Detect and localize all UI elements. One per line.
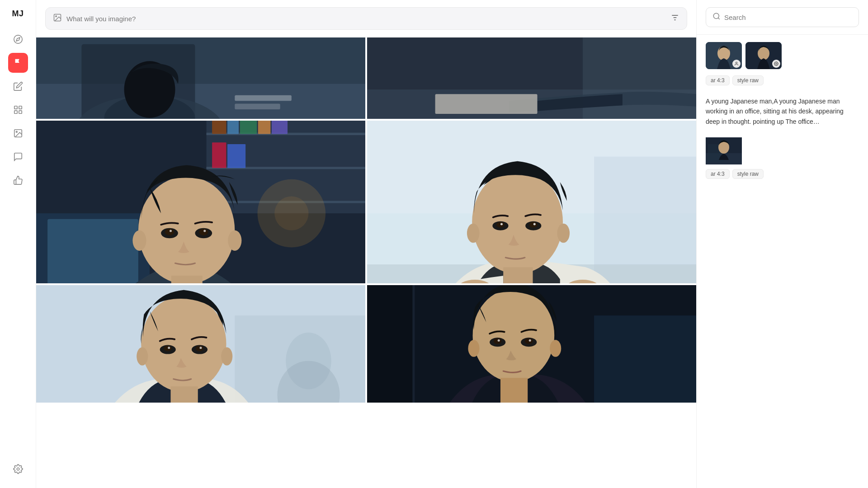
svg-point-105 (736, 62, 737, 63)
svg-rect-100 (500, 378, 528, 403)
svg-line-102 (718, 18, 719, 19)
sidebar-item-edit[interactable] (8, 76, 28, 96)
image-grid-container[interactable] (36, 38, 696, 488)
svg-point-77 (141, 296, 226, 392)
svg-point-0 (14, 35, 22, 43)
app-logo: MJ (12, 9, 24, 19)
thumbnail-1[interactable] (706, 42, 742, 69)
svg-point-83 (199, 347, 202, 349)
tag-style-1[interactable]: style raw (732, 75, 764, 85)
sidebar-item-like[interactable] (8, 170, 28, 190)
svg-point-51 (132, 230, 146, 251)
grid-image-4[interactable] (367, 121, 696, 283)
svg-point-66 (529, 222, 538, 228)
svg-rect-2 (14, 106, 17, 109)
tag-ar-1[interactable]: ar 4:3 (706, 75, 730, 85)
thumbs-up-icon (13, 175, 23, 185)
image-icon (13, 128, 23, 138)
svg-rect-3 (19, 106, 21, 109)
grid-image-3[interactable] (36, 121, 365, 283)
prompt-input-container[interactable] (45, 7, 687, 30)
svg-point-52 (228, 230, 241, 251)
svg-rect-37 (227, 144, 245, 168)
svg-point-94 (498, 339, 500, 342)
svg-rect-5 (19, 111, 21, 113)
svg-rect-32 (227, 121, 239, 134)
sidebar-item-bookmark[interactable] (8, 53, 28, 73)
tag-ar-2[interactable]: ar 4:3 (706, 169, 730, 179)
svg-rect-53 (171, 276, 203, 283)
svg-rect-70 (503, 267, 533, 283)
grid-image-6[interactable] (367, 285, 696, 403)
svg-rect-33 (240, 121, 257, 134)
sidebar-item-image[interactable] (8, 123, 28, 143)
image-svg-5 (36, 285, 365, 403)
sidebar-item-palette[interactable] (8, 100, 28, 120)
flag-icon (13, 58, 23, 68)
svg-point-98 (468, 340, 479, 357)
top-bar (36, 0, 696, 38)
search-container[interactable] (706, 7, 859, 27)
thumbnail-1-badge (732, 60, 741, 68)
thumbnail-2-badge (772, 60, 780, 68)
prompt-input[interactable] (66, 15, 666, 23)
job2-tags: ar 4:3 style raw (697, 167, 868, 184)
svg-point-80 (168, 347, 170, 349)
svg-point-99 (550, 340, 561, 357)
svg-point-93 (494, 338, 502, 344)
svg-rect-35 (272, 121, 288, 134)
svg-point-10 (56, 16, 57, 17)
svg-rect-36 (212, 142, 226, 168)
svg-marker-1 (16, 38, 20, 41)
grid-image-5[interactable] (36, 285, 365, 403)
svg-point-84 (137, 347, 148, 366)
sidebar: MJ (0, 0, 36, 488)
sidebar-item-chat[interactable] (8, 147, 28, 167)
svg-point-85 (221, 347, 232, 366)
svg-point-7 (16, 131, 17, 132)
image-svg-6 (367, 285, 696, 403)
svg-rect-57 (594, 157, 696, 283)
svg-point-91 (472, 289, 554, 382)
thumbnail-3-img (706, 137, 742, 164)
svg-point-8 (17, 468, 19, 470)
svg-point-82 (196, 346, 204, 352)
settings-icon (13, 464, 23, 474)
svg-point-39 (274, 196, 308, 230)
svg-rect-90 (594, 315, 696, 403)
sidebar-item-settings[interactable] (8, 459, 28, 479)
sidebar-item-explore[interactable] (8, 29, 28, 49)
thumbnail-3[interactable] (706, 137, 742, 164)
search-input[interactable] (724, 14, 852, 21)
right-search-section (697, 0, 868, 35)
filter-icon[interactable] (670, 13, 679, 24)
job2-thumbnail-section (697, 132, 868, 167)
svg-point-63 (496, 222, 505, 228)
tag-style-2[interactable]: style raw (732, 169, 764, 179)
image-svg-4 (367, 121, 696, 283)
svg-rect-31 (212, 121, 226, 134)
svg-rect-89 (412, 285, 415, 403)
svg-rect-34 (258, 121, 271, 134)
svg-point-67 (533, 223, 536, 225)
svg-point-46 (165, 229, 174, 235)
image-svg-3 (36, 121, 365, 283)
edit-icon (13, 81, 23, 91)
job1-tags: ar 4:3 style raw (697, 74, 868, 91)
grid-image-2[interactable] (367, 38, 696, 119)
grid-image-1[interactable] (36, 38, 365, 119)
compass-icon (13, 34, 23, 44)
job1-thumbnails (697, 35, 868, 74)
svg-point-96 (525, 338, 533, 344)
svg-point-49 (199, 229, 208, 235)
image-prompt-icon (53, 13, 62, 24)
svg-point-101 (713, 13, 719, 19)
chat-icon (13, 152, 23, 162)
main-content (36, 0, 696, 488)
svg-point-64 (500, 223, 503, 225)
search-icon (712, 12, 721, 22)
thumbnail-2[interactable] (745, 42, 782, 69)
svg-point-47 (170, 230, 172, 232)
svg-rect-42 (47, 219, 138, 283)
svg-point-69 (557, 224, 570, 243)
